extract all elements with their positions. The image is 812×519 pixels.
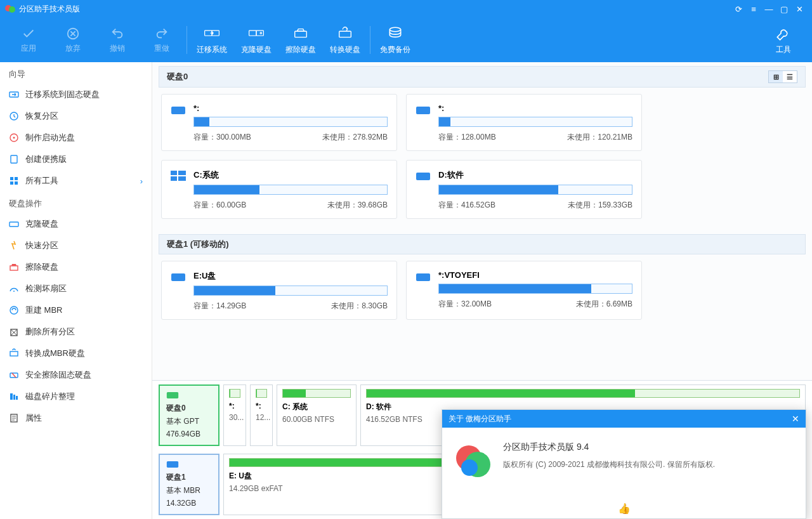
disk-title-text: 硬盘0 [167, 71, 188, 82]
partition-name: E:U盘 [193, 270, 388, 282]
sidebar-item-icon [9, 240, 19, 251]
sidebar-item[interactable]: 创建便携版 [0, 148, 152, 170]
sidebar-item[interactable]: 删除所有分区 [0, 321, 152, 343]
svg-rect-37 [416, 273, 430, 281]
strip-disk-info[interactable]: 硬盘0基本 GPT476.94GB [159, 384, 219, 446]
capacity-label: 容量：14.29GB [193, 301, 246, 312]
sidebar-item[interactable]: 安全擦除固态硬盘 [0, 364, 152, 386]
free-label: 未使用：278.92MB [322, 132, 388, 143]
partition-card[interactable]: C:系统容量：60.00GB未使用：39.68GB [161, 160, 397, 219]
migrate-os-button[interactable]: 迁移系统 [190, 21, 234, 59]
strip-partition[interactable]: *:30... [223, 384, 246, 446]
tools-button[interactable]: 工具 [761, 21, 806, 59]
convert-disk-button[interactable]: 转换硬盘 [323, 21, 367, 59]
sidebar-item-label: 恢复分区 [25, 110, 58, 122]
free-label: 未使用：6.69MB [576, 299, 632, 310]
sidebar-item-icon [9, 391, 19, 402]
partition-card[interactable]: *:容量：128.00MB未使用：120.21MB [406, 94, 642, 151]
drive-icon [416, 272, 431, 283]
view-toggle[interactable]: ⊞☰ [768, 70, 797, 83]
titlebar: 分区助手技术员版 ⟳ ≡ — ▢ ✕ [0, 0, 812, 18]
clone-disk-button[interactable]: 克隆硬盘 [234, 21, 278, 59]
close-button[interactable]: ✕ [792, 4, 807, 14]
svg-point-5 [260, 32, 261, 33]
sidebar-item[interactable]: 迁移系统到固态硬盘 [0, 84, 152, 105]
svg-rect-34 [178, 176, 186, 181]
sidebar-item-label: 擦除硬盘 [25, 261, 58, 273]
maximize-button[interactable]: ▢ [776, 4, 792, 14]
sidebar-item[interactable]: 磁盘碎片整理 [0, 386, 152, 407]
svg-rect-32 [178, 171, 186, 175]
sidebar-item[interactable]: 恢复分区 [0, 105, 152, 127]
sidebar-item[interactable]: 检测坏扇区 [0, 278, 152, 299]
sidebar-item[interactable]: 制作启动光盘 [0, 127, 152, 148]
sidebar-item-icon [9, 370, 19, 380]
backup-button[interactable]: 免费备份 [373, 21, 417, 59]
drive-icon [416, 171, 431, 182]
about-titlebar[interactable]: 关于 傲梅分区助手 ✕ [442, 410, 806, 428]
svg-rect-31 [171, 171, 177, 175]
sidebar-item[interactable]: 重建 MBR [0, 299, 152, 321]
minimize-button[interactable]: — [761, 4, 776, 14]
sidebar-item[interactable]: 所有工具› [0, 170, 152, 192]
about-title: 关于 傲梅分区助手 [449, 414, 511, 424]
sidebar-item[interactable]: 快速分区 [0, 235, 152, 256]
thumbs-up-icon[interactable]: 👍 [618, 503, 631, 515]
svg-rect-13 [11, 155, 17, 163]
partition-card[interactable]: *:VTOYEFI容量：32.00MB未使用：6.69MB [406, 261, 642, 320]
sidebar-item-icon [9, 219, 19, 229]
svg-rect-38 [167, 392, 178, 398]
refresh-icon[interactable]: ⟳ [731, 4, 746, 14]
sidebar-item-label: 转换成MBR硬盘 [25, 348, 85, 359]
free-label: 未使用：8.30GB [331, 301, 388, 312]
sidebar-item[interactable]: 属性 [0, 407, 152, 429]
discard-button[interactable]: 放弃 [51, 21, 95, 59]
window-title: 分区助手技术员版 [19, 4, 80, 15]
toolbar: 应用 放弃 撤销 重做 迁移系统 克隆硬盘 擦除硬盘 转换硬盘 免费备份 工具 [0, 18, 812, 62]
svg-rect-39 [167, 461, 178, 468]
capacity-label: 容量：128.00MB [438, 132, 496, 143]
svg-rect-3 [249, 30, 256, 36]
svg-rect-27 [16, 396, 18, 400]
svg-rect-19 [10, 266, 18, 270]
sidebar-item[interactable]: 擦除硬盘 [0, 256, 152, 278]
svg-point-12 [13, 137, 15, 139]
partition-card[interactable]: E:U盘容量：14.29GB未使用：8.30GB [161, 261, 397, 320]
sidebar-item[interactable]: 克隆硬盘 [0, 213, 152, 235]
sidebar-guide-head: 向导 [0, 62, 152, 84]
about-close-button[interactable]: ✕ [792, 414, 799, 424]
grid-view-icon[interactable]: ⊞ [769, 71, 783, 82]
app-logo-icon [5, 4, 15, 14]
sidebar-item-label: 所有工具 [25, 175, 58, 187]
svg-rect-6 [295, 31, 307, 37]
sidebar-item-icon [9, 413, 19, 423]
svg-rect-30 [416, 107, 430, 114]
sidebar-item-icon [9, 305, 19, 315]
redo-button[interactable]: 重做 [140, 21, 184, 59]
svg-point-20 [13, 291, 15, 292]
sidebar-item-label: 快速分区 [25, 240, 58, 251]
menu-icon[interactable]: ≡ [746, 4, 761, 14]
undo-button[interactable]: 撤销 [95, 21, 140, 59]
about-product: 分区助手技术员版 9.4 [503, 442, 715, 453]
sidebar-item-icon [9, 262, 19, 272]
partition-card[interactable]: D:软件容量：416.52GB未使用：159.33GB [406, 160, 642, 219]
svg-rect-35 [416, 173, 430, 180]
svg-rect-7 [339, 31, 351, 37]
sidebar-item-label: 磁盘碎片整理 [25, 391, 75, 402]
list-view-icon[interactable]: ☰ [783, 71, 797, 82]
free-label: 未使用：39.68GB [327, 200, 388, 211]
drive-icon [171, 105, 186, 116]
wipe-disk-button[interactable]: 擦除硬盘 [278, 21, 323, 59]
strip-disk-info[interactable]: 硬盘1基本 MBR14.32GB [159, 454, 219, 515]
strip-partition[interactable]: *:12... [250, 384, 273, 446]
strip-partition[interactable]: C: 系统60.00GB NTFS [277, 384, 357, 446]
partition-name: *: [438, 103, 632, 113]
apply-button[interactable]: 应用 [6, 21, 51, 59]
sidebar-item[interactable]: 转换成MBR硬盘 [0, 343, 152, 364]
sidebar-item-label: 重建 MBR [25, 305, 63, 316]
sidebar-item-icon [9, 111, 19, 121]
svg-rect-29 [171, 107, 185, 114]
partition-card[interactable]: *:容量：300.00MB未使用：278.92MB [161, 94, 397, 151]
svg-rect-33 [171, 176, 177, 181]
